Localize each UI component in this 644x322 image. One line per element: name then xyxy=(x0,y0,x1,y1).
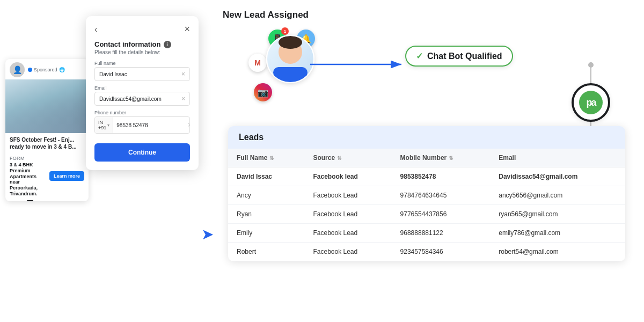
cell-fullName: Ryan xyxy=(228,205,304,224)
fb-ad-image xyxy=(5,79,89,133)
fb-ad-meta: Sponsored 🌐 xyxy=(28,67,84,72)
table-row[interactable]: RyanFacebook Lead9776554437856ryan565@gm… xyxy=(228,205,625,224)
email-label: Email xyxy=(94,85,190,91)
sort-icon-name[interactable]: ⇅ xyxy=(269,155,274,161)
arrow-to-chatbot xyxy=(310,54,409,75)
cell-email: ancy5656@gmail.com xyxy=(490,186,625,205)
cell-fullName: David Issac xyxy=(228,167,304,186)
fb-ad-footer: FORM 3 & 4 BHK Premium Apartments near P… xyxy=(5,156,89,201)
email-clear-icon[interactable]: × xyxy=(181,95,185,103)
modal-title: Contact information i xyxy=(94,40,190,48)
cell-email: ryan565@gmail.com xyxy=(490,205,625,224)
leads-table: Full Name ⇅ Source ⇅ Mobile Number ⇅ xyxy=(228,149,625,261)
phone-input-wrap[interactable]: IN +91 ▾ × xyxy=(94,116,190,134)
whatsapp-badge: 1 xyxy=(281,27,289,35)
svg-rect-3 xyxy=(273,67,308,78)
leads-panel: Leads Full Name ⇅ Source ⇅ xyxy=(228,126,625,261)
chevron-down-icon: ▾ xyxy=(107,123,109,128)
cell-email: robert54@gmail.com xyxy=(490,243,625,261)
cell-source: Facebook Lead xyxy=(304,205,391,224)
col-source: Source ⇅ xyxy=(304,149,391,167)
svg-point-2 xyxy=(279,36,302,49)
cell-mobile: 9853852478 xyxy=(392,167,491,186)
col-email: Email xyxy=(490,149,625,167)
chatbot-check-icon: ✓ xyxy=(416,51,423,61)
cell-source: Facebook lead xyxy=(304,167,391,186)
modal-to-table-arrow: ➤ xyxy=(201,225,214,243)
col-full-name: Full Name ⇅ xyxy=(228,149,304,167)
cell-source: Facebook Lead xyxy=(304,243,391,261)
full-name-field: Full name × xyxy=(94,61,190,81)
notification-title: New Lead Assigned xyxy=(223,10,309,20)
table-row[interactable]: David IssacFacebook lead9853852478Davidi… xyxy=(228,167,625,186)
learn-more-button[interactable]: Learn more xyxy=(49,171,84,181)
connector-dot-top xyxy=(588,62,594,68)
chatbot-qualified-badge: ✓ Chat Bot Qualified xyxy=(405,46,513,67)
gmail-icon: M xyxy=(248,54,267,72)
avatar: 👤 xyxy=(10,62,25,77)
col-mobile: Mobile Number ⇅ xyxy=(392,149,491,167)
email-field: Email × xyxy=(94,85,190,106)
modal-close-button[interactable]: × xyxy=(184,24,190,35)
cell-fullName: Emily xyxy=(228,224,304,243)
contact-modal: ‹ × Contact information i Please fill th… xyxy=(86,16,199,170)
sponsored-dot xyxy=(28,68,32,72)
table-row[interactable]: AncyFacebook Lead9784764634645ancy5656@g… xyxy=(228,186,625,205)
modal-back-button[interactable]: ‹ xyxy=(94,25,97,34)
phone-clear-icon[interactable]: × xyxy=(188,121,190,129)
sort-icon-source[interactable]: ⇅ xyxy=(337,155,341,161)
full-name-input-wrap[interactable]: × xyxy=(94,67,190,81)
cell-email: Davidissac54@gmail.com xyxy=(490,167,625,186)
instagram-icon: 📷 xyxy=(254,83,272,101)
full-name-input[interactable] xyxy=(99,71,181,77)
cell-mobile: 9784764634645 xyxy=(392,186,491,205)
table-row[interactable]: RobertFacebook Lead923457584346robert54@… xyxy=(228,243,625,261)
form-tag: FORM xyxy=(10,156,46,161)
sort-icon-mobile[interactable]: ⇅ xyxy=(449,155,453,161)
modal-subtitle: Please fill the details below: xyxy=(94,49,190,55)
table-header-row: Full Name ⇅ Source ⇅ Mobile Number ⇅ xyxy=(228,149,625,167)
pabbly-icon: pa xyxy=(572,83,610,122)
email-input[interactable] xyxy=(99,96,181,102)
table-row[interactable]: EmilyFacebook Lead968888881122emily786@g… xyxy=(228,224,625,243)
phone-country-selector[interactable]: IN +91 ▾ xyxy=(95,117,113,133)
pabbly-logo: pa xyxy=(586,97,595,108)
fb-ad-header: 👤 Sponsored 🌐 xyxy=(5,59,89,79)
agent-avatar xyxy=(266,35,314,83)
room-sketch xyxy=(5,101,89,133)
cell-mobile: 9776554437856 xyxy=(392,205,491,224)
pabbly-inner: pa xyxy=(579,91,603,114)
leads-table-body: David IssacFacebook lead9853852478Davidi… xyxy=(228,167,625,261)
chatbot-label: Chat Bot Qualified xyxy=(427,52,502,61)
cursor-icon xyxy=(27,200,33,201)
leads-panel-title: Leads xyxy=(228,126,625,149)
cell-source: Facebook Lead xyxy=(304,186,391,205)
cell-email: emily786@gmail.com xyxy=(490,224,625,243)
cell-mobile: 923457584346 xyxy=(392,243,491,261)
modal-nav: ‹ × xyxy=(94,24,190,35)
cell-fullName: Ancy xyxy=(228,186,304,205)
fb-ad-body: SFS October Fest! - Enj... ready to move… xyxy=(5,133,89,156)
facebook-ad-card: 👤 Sponsored 🌐 SFS October Fest! - Enj...… xyxy=(5,59,89,201)
phone-label: Phone number xyxy=(94,110,190,115)
sponsored-label: Sponsored 🌐 xyxy=(28,67,84,72)
phone-number-input[interactable] xyxy=(113,120,188,131)
email-input-wrap[interactable]: × xyxy=(94,92,190,106)
phone-field: Phone number IN +91 ▾ × xyxy=(94,110,190,134)
info-icon: i xyxy=(164,41,171,48)
ad-footer-text: 3 & 4 BHK Premium Apartments near Peroor… xyxy=(10,162,46,197)
agent-figure-svg xyxy=(269,35,312,83)
cell-mobile: 968888881122 xyxy=(392,224,491,243)
full-name-clear-icon[interactable]: × xyxy=(181,70,185,78)
cell-source: Facebook Lead xyxy=(304,224,391,243)
ad-title: SFS October Fest! - Enj... ready to move… xyxy=(10,136,84,150)
cell-fullName: Robert xyxy=(228,243,304,261)
continue-button[interactable]: Continue xyxy=(94,143,190,162)
full-name-label: Full name xyxy=(94,61,190,66)
